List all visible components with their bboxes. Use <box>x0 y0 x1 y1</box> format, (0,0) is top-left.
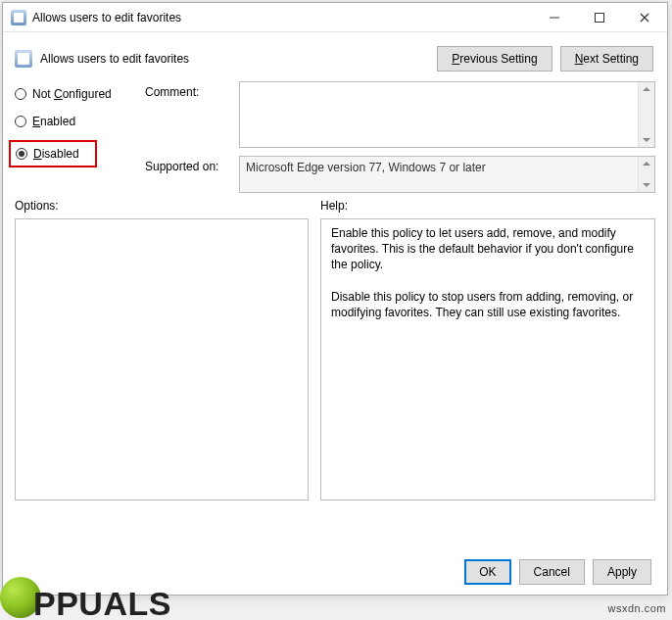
help-label: Help: <box>320 199 348 213</box>
maximize-button[interactable] <box>577 4 622 31</box>
help-text: Enable this policy to let users add, rem… <box>331 226 637 319</box>
radio-disabled[interactable]: Disabled <box>16 145 90 163</box>
comment-textarea[interactable] <box>239 81 655 148</box>
close-button[interactable] <box>622 4 667 31</box>
watermark: wsxdn.com <box>607 602 666 614</box>
options-label: Options: <box>15 199 309 213</box>
settings-row: Not Configured Enabled Disabled Comment: <box>15 81 655 193</box>
supported-on-box: Microsoft Edge version 77, Windows 7 or … <box>239 156 655 193</box>
chevron-up-icon <box>642 84 651 94</box>
policy-icon <box>15 50 32 68</box>
previous-setting-button[interactable]: Previous Setting <box>437 46 552 72</box>
radio-not-configured[interactable]: Not Configured <box>15 85 127 103</box>
help-box: Enable this policy to let users add, rem… <box>320 218 655 501</box>
supported-label: Supported on: <box>145 156 225 193</box>
comment-value <box>240 82 654 90</box>
scrollbar[interactable] <box>638 157 654 192</box>
window-icon <box>11 10 26 25</box>
window-title: Allows users to edit favorites <box>32 11 532 24</box>
lower-labels: Options: Help: <box>15 199 655 213</box>
radio-icon <box>15 88 26 100</box>
state-radios: Not Configured Enabled Disabled <box>15 81 127 193</box>
scrollbar[interactable] <box>638 82 654 147</box>
svg-rect-0 <box>550 17 559 18</box>
lower-boxes: Enable this policy to let users add, rem… <box>15 218 655 551</box>
chevron-down-icon <box>642 180 651 190</box>
titlebar: Allows users to edit favorites <box>3 3 667 32</box>
options-box <box>15 218 309 501</box>
chevron-up-icon <box>642 159 651 168</box>
brand-text: PPUALS <box>33 587 171 620</box>
svg-rect-1 <box>596 13 604 22</box>
next-setting-button[interactable]: Next Setting <box>560 46 653 72</box>
highlight-selected: Disabled <box>9 140 97 167</box>
policy-title: Allows users to edit favorites <box>40 52 189 66</box>
minimize-button[interactable] <box>532 4 577 31</box>
comment-label: Comment: <box>145 81 225 148</box>
brand-overlay: PPUALS <box>0 571 171 620</box>
content-area: Allows users to edit favorites Previous … <box>3 32 667 595</box>
radio-enabled[interactable]: Enabled <box>15 113 127 130</box>
cancel-button[interactable]: Cancel <box>519 559 585 585</box>
policy-editor-window: Allows users to edit favorites Allows us… <box>2 2 668 596</box>
apply-button[interactable]: Apply <box>593 559 651 585</box>
header-row: Allows users to edit favorites Previous … <box>15 42 655 75</box>
supported-value: Microsoft Edge version 77, Windows 7 or … <box>240 157 654 178</box>
radio-icon <box>15 116 26 127</box>
radio-icon-checked <box>16 148 27 160</box>
ok-button[interactable]: OK <box>464 559 510 585</box>
chevron-down-icon <box>642 135 651 145</box>
